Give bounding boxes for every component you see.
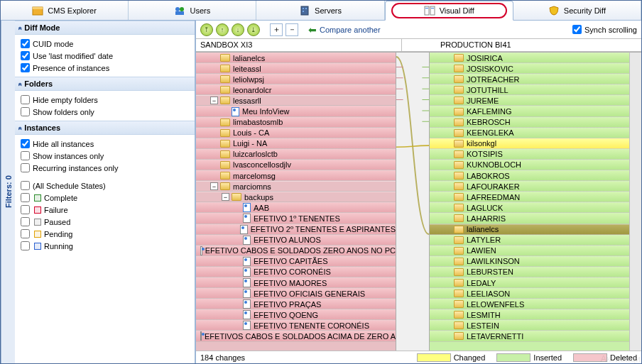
tree-row[interactable]: LEBURSTEN — [430, 267, 629, 277]
right-scrollbar[interactable] — [629, 52, 641, 351]
tree-row[interactable]: EFETIVO CORONÉIS — [196, 267, 396, 277]
tree-row[interactable]: LABOKROS — [430, 170, 629, 181]
instances-option[interactable]: Recurring instances only — [21, 162, 189, 174]
nav-prev-button[interactable]: ↑ — [216, 23, 229, 36]
tree-row[interactable]: marcelomsg — [196, 170, 396, 181]
tree-row[interactable]: KUKNOBLOCH — [430, 160, 629, 170]
tree-row[interactable]: LAFREEDMAN — [430, 192, 629, 202]
section-header[interactable]: Diff Mode — [15, 21, 195, 35]
tree-row[interactable]: EFETIVO 2º TENENTES E ASPIRANTES — [196, 224, 396, 235]
filters-sidebar-label[interactable]: Filters: 0 — [1, 21, 15, 363]
tree-row[interactable]: LEDALY — [430, 277, 629, 288]
tree-row[interactable]: LATYLER — [430, 235, 629, 246]
tree-row[interactable]: EFETIVO OFICIAIS GENERAIS — [196, 288, 396, 299]
tree-row[interactable]: LESTEIN — [430, 320, 629, 331]
svg-point-2 — [175, 7, 180, 11]
state-option[interactable]: Pending — [21, 228, 189, 240]
tree-row[interactable]: JOSISKOVIC — [430, 63, 629, 74]
tree-row[interactable]: LEELIASON — [430, 288, 629, 299]
tree-row[interactable]: LAGLUCK — [430, 202, 629, 213]
state-option[interactable]: Running — [21, 240, 189, 252]
row-label: KOTSIPIS — [467, 150, 503, 158]
all-states-option[interactable]: (All Schedule States) — [21, 180, 189, 192]
document-icon — [243, 257, 251, 266]
tree-row[interactable]: LESMITH — [430, 309, 629, 320]
tree-row[interactable]: LAHARRIS — [430, 213, 629, 224]
tree-row[interactable]: lalianelcs — [430, 224, 629, 235]
folders-option[interactable]: Show folders only — [21, 106, 189, 118]
tab-servers[interactable]: Servers — [256, 1, 384, 20]
tree-row[interactable]: KAFLEMING — [430, 106, 629, 116]
tree-row[interactable]: JOSIRICA — [430, 53, 629, 63]
row-label: marciomns — [233, 182, 271, 191]
expander[interactable]: − — [210, 96, 218, 104]
state-option[interactable]: Failure — [21, 204, 189, 216]
nav-last-button[interactable]: ⤓ — [247, 23, 260, 36]
diffmode-option[interactable]: Presence of instances — [21, 62, 189, 74]
tree-row[interactable]: kilsonkgl — [430, 138, 629, 149]
tree-row[interactable]: KOTSIPIS — [430, 149, 629, 160]
tab-cms-explorer[interactable]: CMS Explorer — [1, 1, 129, 20]
tree-row[interactable]: EFETIVO 1º TENENTES — [196, 213, 396, 224]
tree-row[interactable]: JOTUTHILL — [430, 84, 629, 95]
tree-row[interactable]: −lessasrll — [196, 95, 396, 106]
tree-row[interactable]: LETAVERNETTI — [430, 331, 629, 341]
tree-row[interactable]: Meu InfoView — [196, 106, 396, 116]
tree-row[interactable]: −marciomns — [196, 181, 396, 192]
svg-point-3 — [180, 7, 184, 11]
instances-option[interactable]: Hide all instances — [21, 138, 189, 150]
tree-row[interactable]: LAFOURAKER — [430, 181, 629, 192]
tab-visual-diff[interactable]: Visual Diff — [385, 1, 513, 21]
collapse-all-button[interactable]: － — [285, 23, 298, 36]
expander[interactable]: − — [210, 182, 218, 190]
tree-row[interactable]: EFETIVO CABOS E SOLDADOS ZERO ANOS NO PC — [196, 246, 396, 256]
tree-row[interactable]: lvasconcellosdjlv — [196, 160, 396, 170]
document-icon — [243, 310, 251, 319]
tree-row[interactable]: leiteassl — [196, 63, 396, 74]
diffmode-option[interactable]: Use 'last modified' date — [21, 50, 189, 62]
tree-row[interactable]: JUREME — [430, 95, 629, 106]
tree-row[interactable]: EFETIVO QOENG — [196, 309, 396, 320]
right-tree[interactable]: JOSIRICAJOSISKOVICJOTREACHERJOTUTHILLJUR… — [430, 52, 629, 351]
expander[interactable]: − — [222, 193, 229, 201]
tree-row[interactable]: Luigi - NA — [196, 138, 396, 149]
section-header[interactable]: Folders — [15, 77, 195, 91]
nav-first-button[interactable]: ⤒ — [200, 23, 213, 36]
tree-row[interactable]: EFETIVOS CABOS E SOLDADOS ACIMA DE ZERO … — [196, 331, 396, 341]
tree-row[interactable]: EFETIVO ALUNOS — [196, 235, 396, 246]
tree-row[interactable]: lalianelcs — [196, 53, 396, 63]
tree-row[interactable]: LAWIEN — [430, 246, 629, 256]
tree-row[interactable]: luizcarloslctb — [196, 149, 396, 160]
tree-row[interactable]: EFETIVO PRAÇAS — [196, 299, 396, 309]
row-label: EFETIVO OFICIAIS GENERAIS — [254, 289, 365, 298]
left-tree[interactable]: lalianelcsleiteasslleliolwpsjleonardolcr… — [196, 52, 396, 351]
tab-users[interactable]: Users — [129, 1, 256, 20]
tree-row[interactable]: EFETIVO CAPITÃES — [196, 256, 396, 267]
tree-row[interactable]: LELOWENFELS — [430, 299, 629, 309]
synch-scroll-checkbox[interactable]: Synch scrolling — [572, 25, 637, 34]
folders-option[interactable]: Hide empty folders — [21, 94, 189, 106]
tree-row[interactable]: leliolwpsj — [196, 74, 396, 84]
diffmode-option[interactable]: CUID mode — [21, 38, 189, 50]
state-option[interactable]: Complete — [21, 192, 189, 204]
tree-row[interactable]: KEENGLEKA — [430, 128, 629, 138]
folder-icon — [220, 150, 230, 158]
nav-next-button[interactable]: ↓ — [232, 23, 244, 36]
tree-row[interactable]: limabastosmlb — [196, 117, 396, 128]
tree-row[interactable]: EFETIVO TENENTE CORONÉIS — [196, 320, 396, 331]
state-option[interactable]: Paused — [21, 216, 189, 228]
tree-row[interactable]: JOTREACHER — [430, 74, 629, 84]
tab-security-diff[interactable]: Security Diff — [513, 1, 641, 20]
tree-row[interactable]: LAWILKINSON — [430, 256, 629, 267]
tree-row[interactable]: EFETIVO MAJORES — [196, 277, 396, 288]
tree-row[interactable]: Louis - CA — [196, 128, 396, 138]
tree-row[interactable]: AAB — [196, 202, 396, 213]
tree-row[interactable]: KEBROSCH — [430, 117, 629, 128]
section-header[interactable]: Instances — [15, 121, 195, 135]
compare-another-link[interactable]: Compare another — [320, 26, 381, 34]
instances-option[interactable]: Show instances only — [21, 150, 189, 162]
tree-row[interactable]: −backups — [196, 192, 396, 202]
expand-all-button[interactable]: ＋ — [270, 23, 283, 36]
document-icon — [243, 236, 251, 245]
tree-row[interactable]: leonardolcr — [196, 84, 396, 95]
